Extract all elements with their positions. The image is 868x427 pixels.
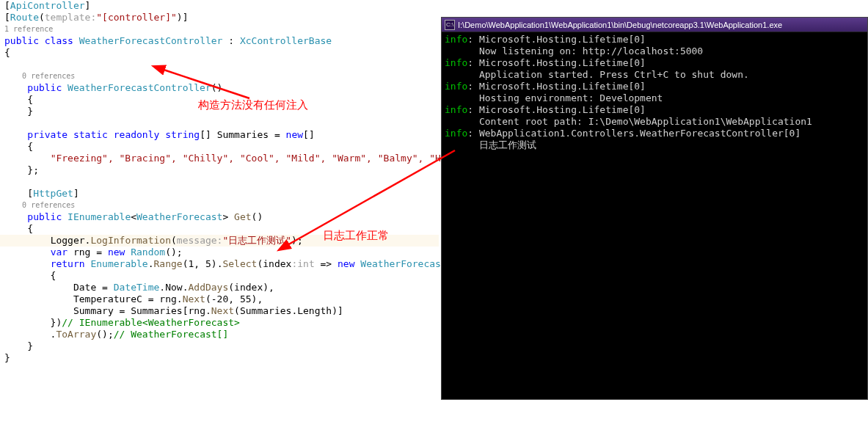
console-icon: C:\ (445, 20, 455, 30)
svg-line-0 (161, 69, 249, 98)
annotation-2: 日志工作正常 (323, 229, 389, 243)
console-titlebar[interactable]: C:\ I:\Demo\WebApplication1\WebApplicati… (442, 18, 867, 32)
console-window[interactable]: C:\ I:\Demo\WebApplication1\WebApplicati… (441, 17, 868, 400)
console-title: I:\Demo\WebApplication1\WebApplication1\… (458, 21, 782, 29)
console-output[interactable]: info: Microsoft.Hosting.Lifetime[0] Now … (442, 32, 867, 399)
annotation-1: 构造方法没有任何注入 (198, 98, 308, 112)
